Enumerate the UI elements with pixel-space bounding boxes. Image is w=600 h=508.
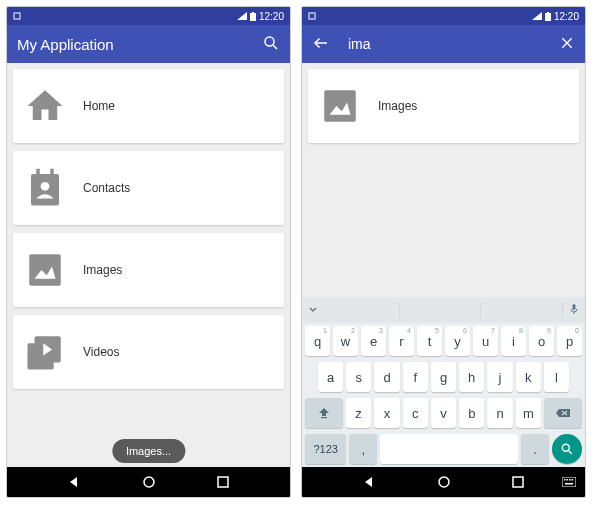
key-b[interactable]: b [459,398,484,428]
key-f[interactable]: f [403,362,428,392]
svg-rect-43 [565,483,573,485]
svg-rect-42 [572,479,574,481]
nav-home-icon[interactable] [141,474,157,490]
search-bar [302,25,585,63]
key-search[interactable] [552,434,582,464]
svg-point-4 [265,37,274,46]
nav-recent-icon[interactable] [215,474,231,490]
nav-home-icon[interactable] [436,474,452,490]
nav-recent-icon[interactable] [510,474,526,490]
status-time: 12:20 [554,11,579,22]
svg-marker-19 [532,12,542,20]
key-w[interactable]: w2 [333,326,358,356]
svg-rect-7 [36,169,40,176]
debug-icon [13,12,21,20]
image-icon [316,82,364,130]
svg-rect-21 [547,12,549,13]
mic-icon[interactable] [569,303,579,317]
key-l[interactable]: l [544,362,569,392]
key-h[interactable]: h [459,362,484,392]
key-shift[interactable] [305,398,343,428]
key-y[interactable]: y6 [445,326,470,356]
list-item-images[interactable]: Images [13,233,284,307]
keyboard-row-3: z x c v b n m [302,395,585,431]
battery-icon [250,12,256,21]
svg-rect-20 [545,13,551,21]
suggestion[interactable] [324,302,400,318]
svg-rect-3 [252,12,254,13]
key-t[interactable]: t5 [417,326,442,356]
app-title: My Application [17,36,262,53]
svg-rect-40 [567,479,569,481]
suggestion[interactable] [406,302,482,318]
key-s[interactable]: s [346,362,371,392]
content-area: Home Contacts Images Videos Ima [7,63,290,467]
key-e[interactable]: e3 [361,326,386,356]
svg-marker-1 [237,12,247,20]
list-item-images[interactable]: Images [308,69,579,143]
svg-marker-29 [319,408,329,416]
battery-icon [545,12,551,21]
nav-back-icon[interactable] [66,474,82,490]
key-r[interactable]: r4 [389,326,414,356]
search-icon[interactable] [262,34,280,55]
key-i[interactable]: i8 [501,326,526,356]
key-o[interactable]: o9 [529,326,554,356]
svg-rect-38 [562,477,576,487]
app-bar: My Application [7,25,290,63]
key-z[interactable]: z [346,398,371,428]
svg-rect-10 [29,254,61,286]
key-period[interactable]: . [521,434,549,464]
svg-rect-2 [250,13,256,21]
keyboard-row-4: ?123 , . [302,431,585,467]
content-area: Images [302,63,585,297]
expand-suggestions-icon[interactable] [308,304,318,316]
svg-rect-37 [513,477,523,487]
signal-icon [237,12,247,20]
svg-line-5 [273,45,277,49]
keyboard-row-2: a s d f g h j k l [302,359,585,395]
key-m[interactable]: m [516,398,541,428]
suggestion-bar [302,297,585,323]
svg-line-34 [569,451,572,454]
nav-bar [7,467,290,497]
key-symbols[interactable]: ?123 [305,434,346,464]
phone-left: 12:20 My Application Home Contacts [6,6,291,498]
key-x[interactable]: x [374,398,399,428]
list-item-label: Home [83,99,115,113]
svg-rect-18 [309,13,315,19]
key-p[interactable]: p0 [557,326,582,356]
svg-rect-39 [564,479,566,481]
key-k[interactable]: k [516,362,541,392]
key-a[interactable]: a [318,362,343,392]
key-v[interactable]: v [431,398,456,428]
key-backspace[interactable] [544,398,582,428]
key-c[interactable]: c [403,398,428,428]
list-item-label: Images [83,263,122,277]
list-item-videos[interactable]: Videos [13,315,284,389]
home-icon [21,82,69,130]
signal-icon [532,12,542,20]
key-q[interactable]: q1 [305,326,330,356]
clear-icon[interactable] [559,35,575,54]
list-item-label: Contacts [83,181,130,195]
key-g[interactable]: g [431,362,456,392]
nav-back-icon[interactable] [361,474,377,490]
key-j[interactable]: j [487,362,512,392]
svg-marker-15 [70,477,77,487]
search-input[interactable] [344,36,559,52]
key-d[interactable]: d [374,362,399,392]
key-comma[interactable]: , [349,434,377,464]
key-n[interactable]: n [487,398,512,428]
svg-point-36 [439,477,449,487]
toast: Images... [112,439,185,463]
key-space[interactable] [380,434,518,464]
debug-icon [308,12,316,20]
key-u[interactable]: u7 [473,326,498,356]
list-item-contacts[interactable]: Contacts [13,151,284,225]
list-item-home[interactable]: Home [13,69,284,143]
nav-keyboard-icon[interactable] [561,474,577,490]
svg-marker-35 [365,477,372,487]
back-arrow-icon[interactable] [312,34,330,55]
suggestion[interactable] [487,302,563,318]
